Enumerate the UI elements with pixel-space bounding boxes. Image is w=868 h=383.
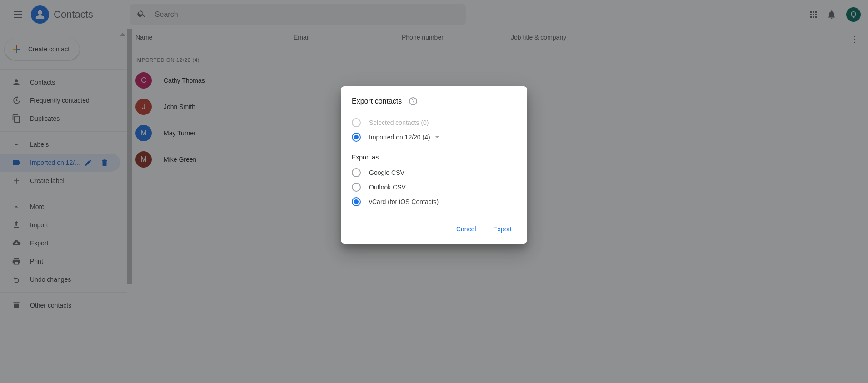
export-as-label: Export as: [352, 154, 516, 161]
dropdown-caret-icon: [435, 136, 439, 138]
radio-selected-contacts: Selected contacts (0): [352, 115, 516, 130]
help-icon[interactable]: ?: [409, 97, 417, 105]
modal-scrim[interactable]: Export contacts ? Selected contacts (0) …: [0, 0, 868, 383]
export-dialog: Export contacts ? Selected contacts (0) …: [341, 86, 527, 244]
dialog-title: Export contacts: [352, 97, 402, 105]
radio-google-csv[interactable]: Google CSV: [352, 165, 516, 180]
radio-vcard[interactable]: vCard (for iOS Contacts): [352, 194, 516, 209]
radio-icon: [352, 133, 361, 142]
radio-icon: [352, 183, 361, 192]
radio-icon: [352, 168, 361, 177]
cancel-button[interactable]: Cancel: [454, 222, 478, 236]
radio-icon: [352, 197, 361, 206]
source-dropdown[interactable]: Imported on 12/20 (4): [369, 134, 442, 141]
radio-imported[interactable]: Imported on 12/20 (4): [352, 130, 516, 144]
radio-outlook-csv[interactable]: Outlook CSV: [352, 180, 516, 194]
radio-icon: [352, 118, 361, 127]
export-button[interactable]: Export: [492, 222, 514, 236]
